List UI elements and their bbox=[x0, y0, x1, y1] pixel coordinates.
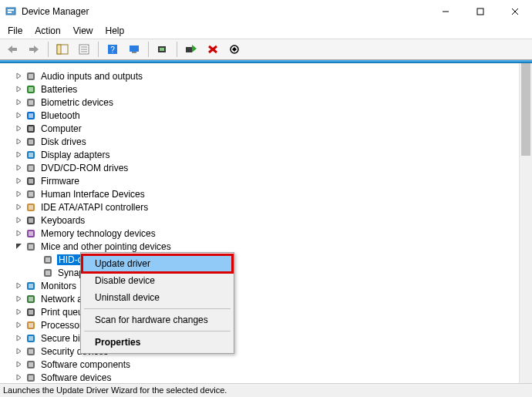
tree-node[interactable]: Disk drives bbox=[14, 135, 529, 148]
svg-rect-32 bbox=[29, 74, 33, 79]
svg-marker-29 bbox=[234, 47, 237, 52]
menu-action[interactable]: Action bbox=[29, 24, 66, 38]
back-button[interactable] bbox=[3, 41, 22, 58]
tree-node[interactable]: DVD/CD-ROM drives bbox=[14, 161, 529, 174]
tree-node[interactable]: IDE ATA/ATAPI controllers bbox=[14, 200, 529, 214]
tree-node[interactable]: Keyboards bbox=[14, 214, 529, 227]
enable-device-button[interactable] bbox=[182, 41, 200, 58]
tree-node[interactable]: Biometric devices bbox=[14, 96, 529, 109]
help-button[interactable]: ? bbox=[103, 41, 122, 58]
context-menu-separator bbox=[84, 331, 231, 331]
svg-rect-59 bbox=[29, 192, 33, 197]
close-button[interactable] bbox=[497, 0, 532, 23]
tree-node[interactable]: Display adapters bbox=[14, 148, 529, 161]
expand-icon[interactable] bbox=[14, 98, 23, 107]
svg-marker-94 bbox=[17, 362, 21, 367]
menu-file[interactable]: File bbox=[2, 24, 29, 38]
tree-node-label: Software components bbox=[40, 359, 131, 370]
device-icon bbox=[25, 214, 37, 227]
device-icon bbox=[25, 149, 37, 161]
svg-marker-60 bbox=[17, 204, 21, 210]
scrollbar-thumb[interactable] bbox=[521, 63, 530, 156]
svg-marker-91 bbox=[17, 348, 21, 354]
expand-icon[interactable] bbox=[14, 163, 23, 173]
tree-node[interactable]: Audio inputs and outputs bbox=[14, 69, 529, 82]
context-menu-item[interactable]: Update driver bbox=[82, 255, 232, 272]
context-menu-separator bbox=[84, 308, 231, 309]
disable-device-button[interactable] bbox=[225, 41, 244, 58]
tree-node[interactable]: Computer bbox=[14, 122, 529, 135]
tree-node-label: Disk drives bbox=[40, 136, 87, 147]
tree-node-label: Mice and other pointing devices bbox=[40, 241, 172, 252]
menu-view[interactable]: View bbox=[67, 24, 99, 38]
expand-icon[interactable] bbox=[14, 373, 23, 382]
expand-icon[interactable] bbox=[14, 124, 23, 133]
status-bar: Launches the Update Driver Wizard for th… bbox=[0, 383, 532, 397]
tree-node[interactable]: Software devices bbox=[14, 371, 529, 383]
svg-rect-84 bbox=[29, 310, 33, 315]
show-hide-console-button[interactable] bbox=[53, 41, 72, 58]
svg-rect-2 bbox=[8, 12, 12, 13]
svg-rect-44 bbox=[29, 126, 33, 131]
tree-node[interactable]: Human Interface Devices bbox=[14, 187, 529, 200]
svg-rect-99 bbox=[29, 375, 33, 380]
expand-icon[interactable] bbox=[14, 216, 23, 225]
uninstall-device-button[interactable] bbox=[204, 41, 222, 58]
maximize-button[interactable] bbox=[463, 0, 497, 23]
tree-node-label: Human Interface Devices bbox=[40, 189, 146, 200]
context-menu-item[interactable]: Properties bbox=[82, 334, 232, 351]
svg-marker-42 bbox=[17, 126, 21, 131]
tree-node[interactable]: Bluetooth bbox=[14, 109, 529, 122]
expand-icon[interactable] bbox=[14, 203, 23, 212]
expand-icon[interactable] bbox=[14, 85, 23, 94]
expand-icon[interactable] bbox=[14, 229, 23, 238]
svg-rect-0 bbox=[6, 8, 15, 15]
expand-icon[interactable] bbox=[14, 347, 23, 356]
expand-icon[interactable] bbox=[14, 281, 23, 291]
properties-button[interactable] bbox=[75, 41, 93, 58]
device-icon bbox=[25, 227, 37, 240]
tree-node-label: Keyboards bbox=[40, 215, 86, 226]
svg-rect-23 bbox=[186, 47, 192, 52]
toolbar-separator bbox=[98, 42, 99, 57]
tree-node[interactable]: Mice and other pointing devices bbox=[14, 240, 529, 253]
title-bar: Device Manager bbox=[0, 0, 532, 23]
forward-button[interactable] bbox=[25, 41, 43, 58]
context-menu-item[interactable]: Scan for hardware changes bbox=[82, 311, 232, 328]
expand-icon[interactable] bbox=[14, 334, 23, 343]
tree-node[interactable]: Software components bbox=[14, 358, 529, 371]
expand-icon[interactable] bbox=[14, 150, 23, 160]
collapse-icon[interactable] bbox=[14, 242, 23, 251]
expand-icon[interactable] bbox=[14, 111, 23, 120]
tree-node-label: Software devices bbox=[40, 372, 112, 383]
scan-hardware-button[interactable] bbox=[125, 41, 143, 58]
expand-icon[interactable] bbox=[14, 308, 23, 317]
tree-node[interactable]: Memory technology devices bbox=[14, 227, 529, 240]
context-menu-item[interactable]: Uninstall device bbox=[82, 289, 232, 306]
update-driver-button[interactable] bbox=[153, 41, 172, 58]
expand-icon[interactable] bbox=[14, 321, 23, 330]
expand-icon[interactable] bbox=[14, 294, 23, 304]
toolbar-separator bbox=[148, 42, 149, 57]
tree-node[interactable]: Batteries bbox=[14, 82, 529, 96]
tree-node-label: Batteries bbox=[40, 84, 78, 95]
expand-icon[interactable] bbox=[14, 72, 23, 81]
svg-marker-36 bbox=[17, 99, 21, 105]
context-menu[interactable]: Update driverDisable deviceUninstall dev… bbox=[80, 252, 234, 354]
vertical-scrollbar[interactable] bbox=[519, 63, 532, 383]
expand-icon[interactable] bbox=[14, 360, 23, 369]
context-menu-item[interactable]: Disable device bbox=[82, 272, 232, 289]
tree-node[interactable]: Firmware bbox=[14, 174, 529, 187]
minimize-button[interactable] bbox=[428, 0, 463, 23]
device-icon bbox=[25, 280, 37, 292]
svg-rect-53 bbox=[29, 166, 33, 170]
svg-marker-45 bbox=[17, 139, 21, 144]
device-icon bbox=[25, 332, 37, 345]
expand-icon[interactable] bbox=[14, 177, 23, 186]
svg-text:?: ? bbox=[110, 45, 115, 54]
menu-help[interactable]: Help bbox=[99, 24, 131, 38]
svg-rect-50 bbox=[29, 153, 33, 157]
expand-icon[interactable] bbox=[14, 190, 23, 199]
expand-icon[interactable] bbox=[14, 137, 23, 146]
device-icon bbox=[25, 188, 37, 200]
